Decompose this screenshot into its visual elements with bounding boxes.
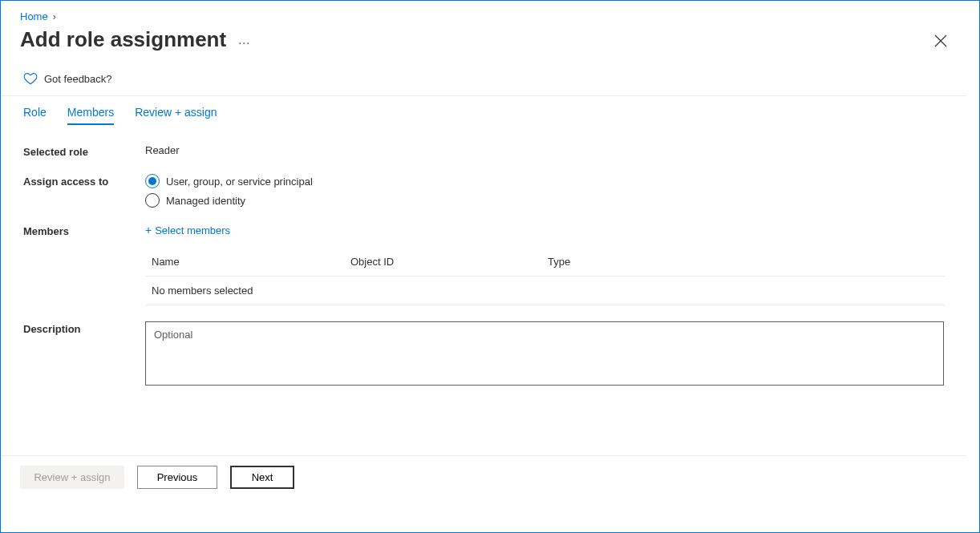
page-title: Add role assignment xyxy=(20,27,226,52)
description-label: Description xyxy=(23,321,145,335)
radio-managed-identity[interactable]: Managed identity xyxy=(145,193,944,208)
table-header-name: Name xyxy=(152,256,350,268)
select-members-text: Select members xyxy=(155,224,230,236)
next-button[interactable]: Next xyxy=(230,466,294,489)
select-members-link[interactable]: + Select members xyxy=(145,224,230,236)
feedback-link[interactable]: Got feedback? xyxy=(1,60,966,95)
review-assign-button: Review + assign xyxy=(20,466,124,489)
radio-user-label: User, group, or service principal xyxy=(166,176,313,188)
table-empty-row: No members selected xyxy=(145,277,946,305)
close-icon[interactable] xyxy=(934,34,947,50)
tab-members[interactable]: Members xyxy=(67,106,114,125)
footer: Review + assign Previous Next xyxy=(1,455,966,499)
previous-button[interactable]: Previous xyxy=(137,466,217,489)
chevron-right-icon: › xyxy=(53,11,56,22)
assign-access-label: Assign access to xyxy=(23,174,145,188)
feedback-label: Got feedback? xyxy=(44,73,112,85)
description-input[interactable] xyxy=(145,321,944,386)
tab-review-assign[interactable]: Review + assign xyxy=(135,106,217,125)
breadcrumb: Home › xyxy=(20,10,947,22)
table-header-type: Type xyxy=(548,256,939,268)
table-header-objectid: Object ID xyxy=(350,256,548,268)
tabs: Role Members Review + assign xyxy=(1,96,966,125)
breadcrumb-home[interactable]: Home xyxy=(20,10,48,22)
more-icon[interactable]: … xyxy=(237,33,251,47)
heart-icon xyxy=(23,71,38,86)
selected-role-label: Selected role xyxy=(23,144,145,158)
radio-managed-label: Managed identity xyxy=(166,195,245,207)
members-label: Members xyxy=(23,224,145,237)
selected-role-value: Reader xyxy=(145,144,944,156)
radio-icon xyxy=(145,193,160,208)
radio-icon xyxy=(145,174,160,188)
members-table: Name Object ID Type No members selected xyxy=(145,248,946,305)
radio-user-group-sp[interactable]: User, group, or service principal xyxy=(145,174,944,188)
tab-role[interactable]: Role xyxy=(23,106,47,125)
plus-icon: + xyxy=(145,224,152,236)
